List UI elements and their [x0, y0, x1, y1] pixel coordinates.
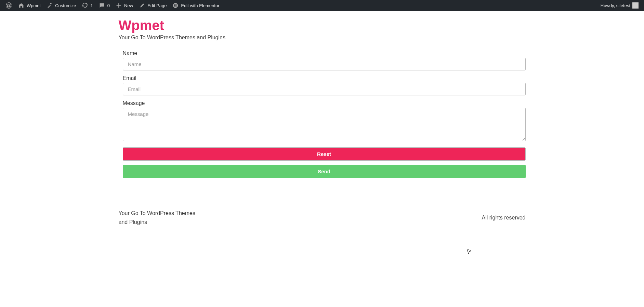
site-name-menu[interactable]: Wpmet: [15, 0, 43, 11]
edit-icon: [139, 2, 145, 9]
svg-rect-2: [175, 4, 176, 5]
elementor-icon: [172, 2, 179, 9]
name-label: Name: [123, 50, 526, 56]
svg-rect-4: [175, 6, 176, 7]
send-button[interactable]: Send: [123, 165, 526, 178]
footer: Your Go To WordPress Themes and Plugins …: [119, 192, 526, 240]
comments-icon: [98, 2, 105, 9]
edit-elementor-label: Edit with Elementor: [181, 3, 219, 8]
home-icon: [18, 2, 25, 9]
updates-menu[interactable]: 1: [79, 0, 96, 11]
footer-copyright: All rights reserved: [482, 215, 525, 221]
footer-tagline: Your Go To WordPress Themes and Plugins: [119, 209, 201, 226]
wp-logo-menu[interactable]: [3, 0, 15, 11]
contact-form: Name Email Message Reset Send: [119, 50, 526, 178]
name-field-group: Name: [123, 50, 526, 70]
admin-bar-left: Wpmet Customize 1 0 New: [3, 0, 222, 11]
message-textarea[interactable]: [123, 108, 526, 141]
email-input[interactable]: [123, 83, 526, 95]
message-label: Message: [123, 100, 526, 106]
update-icon: [82, 2, 89, 9]
my-account-menu[interactable]: Howdy, sitetest: [598, 0, 641, 11]
customize-label: Customize: [55, 3, 76, 8]
email-field-group: Email: [123, 75, 526, 95]
new-label: New: [124, 3, 133, 8]
howdy-text: Howdy, sitetest: [601, 3, 630, 8]
edit-page-label: Edit Page: [147, 3, 167, 8]
plus-icon: [115, 2, 122, 9]
admin-bar-right: Howdy, sitetest: [598, 0, 641, 11]
edit-page-menu[interactable]: Edit Page: [136, 0, 169, 11]
site-tagline: Your Go To WordPress Themes and Plugins: [119, 35, 526, 41]
customize-menu[interactable]: Customize: [43, 0, 79, 11]
name-input[interactable]: [123, 58, 526, 70]
svg-rect-3: [175, 5, 176, 6]
new-content-menu[interactable]: New: [113, 0, 136, 11]
comments-count: 0: [107, 3, 110, 8]
reset-button[interactable]: Reset: [123, 147, 526, 161]
page-content: Wpmet Your Go To WordPress Themes and Pl…: [119, 11, 526, 192]
site-name-label: Wpmet: [27, 3, 41, 8]
avatar: [632, 2, 639, 9]
wp-admin-bar: Wpmet Customize 1 0 New: [0, 0, 644, 11]
email-label: Email: [123, 75, 526, 81]
message-field-group: Message: [123, 100, 526, 143]
edit-elementor-menu[interactable]: Edit with Elementor: [169, 0, 222, 11]
site-title[interactable]: Wpmet: [119, 18, 526, 33]
customize-icon: [46, 2, 53, 9]
wordpress-icon: [5, 2, 12, 9]
comments-menu[interactable]: 0: [96, 0, 113, 11]
svg-rect-1: [174, 4, 175, 6]
updates-count: 1: [91, 3, 93, 8]
